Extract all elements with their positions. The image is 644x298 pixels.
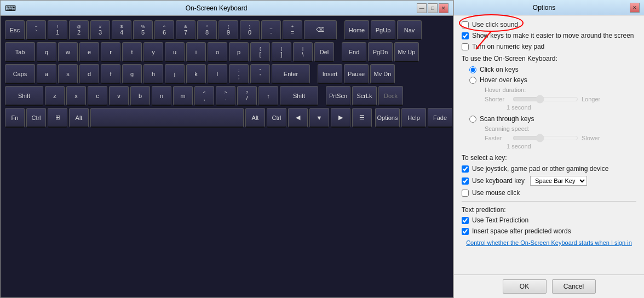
key-r[interactable]: r xyxy=(101,42,120,62)
key-h[interactable]: h xyxy=(143,64,163,84)
key-nav[interactable]: Nav xyxy=(397,20,422,40)
key-3[interactable]: #3 xyxy=(90,20,110,40)
key-m[interactable]: m xyxy=(173,86,193,106)
use-joystick-label[interactable]: Use joystick, game pad or other gaming d… xyxy=(472,165,608,173)
key-a[interactable]: a xyxy=(37,64,56,84)
key-slash[interactable]: ?/ xyxy=(237,86,257,106)
key-pgup[interactable]: PgUp xyxy=(371,20,395,40)
key-x[interactable]: x xyxy=(66,86,86,106)
key-esc[interactable]: Esc xyxy=(5,20,25,40)
scan-through-keys-label[interactable]: Scan through keys xyxy=(480,115,534,123)
key-u[interactable]: u xyxy=(165,42,185,62)
key-0[interactable]: )0 xyxy=(240,20,260,40)
key-lctrl[interactable]: Ctrl xyxy=(26,108,46,128)
key-del[interactable]: Del xyxy=(314,42,334,62)
key-p[interactable]: p xyxy=(229,42,249,62)
click-on-keys-radio[interactable] xyxy=(469,66,476,73)
insert-space-label[interactable]: Insert space after predicted words xyxy=(472,227,571,235)
key-right[interactable]: ▶ xyxy=(331,108,350,128)
key-5[interactable]: %5 xyxy=(133,20,153,40)
key-lbracket[interactable]: {[ xyxy=(250,42,270,62)
key-comma[interactable]: <, xyxy=(194,86,214,106)
click-on-keys-label[interactable]: Click on keys xyxy=(480,66,519,73)
key-2[interactable]: @2 xyxy=(69,20,89,40)
key-z[interactable]: z xyxy=(45,86,65,106)
use-click-sound-checkbox[interactable] xyxy=(462,21,469,28)
key-l[interactable]: l xyxy=(208,64,227,84)
key-6[interactable]: ^6 xyxy=(154,20,174,40)
hover-over-keys-label[interactable]: Hover over keys xyxy=(480,76,527,84)
hover-over-keys-radio[interactable] xyxy=(469,77,476,84)
keyboard-key-select[interactable]: Space Bar Key xyxy=(530,176,587,186)
use-joystick-checkbox[interactable] xyxy=(462,165,469,173)
key-enter[interactable]: Enter xyxy=(272,64,310,84)
cancel-button[interactable]: Cancel xyxy=(552,279,596,294)
key-tab[interactable]: Tab xyxy=(5,42,35,62)
key-dock[interactable]: Dock xyxy=(378,86,403,106)
key-7[interactable]: &7 xyxy=(176,20,196,40)
minimize-button[interactable]: — xyxy=(417,3,427,13)
key-8[interactable]: *8 xyxy=(197,20,217,40)
key-quote[interactable]: "' xyxy=(250,64,270,84)
show-keys-label[interactable]: Show keys to make it easier to move arou… xyxy=(472,32,634,39)
key-semicolon[interactable]: :; xyxy=(229,64,249,84)
key-w[interactable]: w xyxy=(58,42,78,62)
key-b[interactable]: b xyxy=(130,86,150,106)
key-caps[interactable]: Caps xyxy=(5,64,35,84)
use-keyboard-key-label[interactable]: Use keyboard key xyxy=(472,177,525,185)
options-close-button[interactable]: ✕ xyxy=(630,3,640,13)
key-lshift[interactable]: Shift xyxy=(5,86,43,106)
ok-button[interactable]: OK xyxy=(503,279,547,294)
control-link[interactable]: Control whether the On-Screen Keyboard s… xyxy=(462,239,636,246)
key-end[interactable]: End xyxy=(342,42,366,62)
key-4[interactable]: $4 xyxy=(112,20,131,40)
key-1[interactable]: !1 xyxy=(48,20,67,40)
key-j[interactable]: j xyxy=(165,64,185,84)
key-insert[interactable]: Insert xyxy=(318,64,342,84)
key-n[interactable]: n xyxy=(152,86,171,106)
key-v[interactable]: v xyxy=(109,86,129,106)
key-prtscn[interactable]: PrtScn xyxy=(326,86,350,106)
scan-speed-slider[interactable] xyxy=(513,134,578,142)
key-win[interactable]: ⊞ xyxy=(48,108,67,128)
key-up[interactable]: ↑ xyxy=(258,86,278,106)
key-menu[interactable]: ☰ xyxy=(352,108,372,128)
insert-space-checkbox[interactable] xyxy=(462,228,469,235)
key-i[interactable]: i xyxy=(186,42,206,62)
key-backslash[interactable]: |\ xyxy=(293,42,313,62)
scan-through-keys-radio[interactable] xyxy=(469,116,476,123)
use-mouse-click-checkbox[interactable] xyxy=(462,190,469,197)
key-mvup[interactable]: Mv Up xyxy=(394,42,419,62)
keyboard-close-button[interactable]: ✕ xyxy=(439,3,449,13)
key-pause[interactable]: Pause xyxy=(344,64,369,84)
key-d[interactable]: d xyxy=(79,64,99,84)
key-c[interactable]: c xyxy=(88,86,107,106)
key-down[interactable]: ▼ xyxy=(309,108,329,128)
use-text-prediction-label[interactable]: Use Text Prediction xyxy=(472,216,528,224)
use-mouse-click-label[interactable]: Use mouse click xyxy=(472,189,520,197)
key-rshift[interactable]: Shift xyxy=(280,86,318,106)
key-period[interactable]: >. xyxy=(216,86,235,106)
key-s[interactable]: s xyxy=(58,64,78,84)
key-fn[interactable]: Fn xyxy=(5,108,25,128)
numeric-keypad-checkbox[interactable] xyxy=(462,43,469,50)
key-minus[interactable]: _- xyxy=(261,20,281,40)
key-left[interactable]: ◀ xyxy=(288,108,308,128)
numeric-keypad-label[interactable]: Turn on numeric key pad xyxy=(472,43,544,50)
key-k[interactable]: k xyxy=(186,64,206,84)
key-backspace[interactable]: ⌫ xyxy=(304,20,337,40)
key-space[interactable] xyxy=(90,108,244,128)
key-pgdn[interactable]: PgDn xyxy=(368,42,393,62)
key-f[interactable]: f xyxy=(101,64,120,84)
key-equals[interactable]: += xyxy=(283,20,302,40)
hover-duration-slider[interactable] xyxy=(513,95,578,103)
use-click-sound-label[interactable]: Use click sound xyxy=(472,21,518,28)
restore-button[interactable]: □ xyxy=(428,3,438,13)
key-backtick[interactable]: ~` xyxy=(26,20,46,40)
key-y[interactable]: y xyxy=(143,42,163,62)
key-o[interactable]: o xyxy=(208,42,227,62)
key-help[interactable]: Help xyxy=(401,108,426,128)
key-q[interactable]: q xyxy=(37,42,56,62)
key-lalt[interactable]: Alt xyxy=(69,108,89,128)
show-keys-checkbox[interactable] xyxy=(462,32,469,39)
